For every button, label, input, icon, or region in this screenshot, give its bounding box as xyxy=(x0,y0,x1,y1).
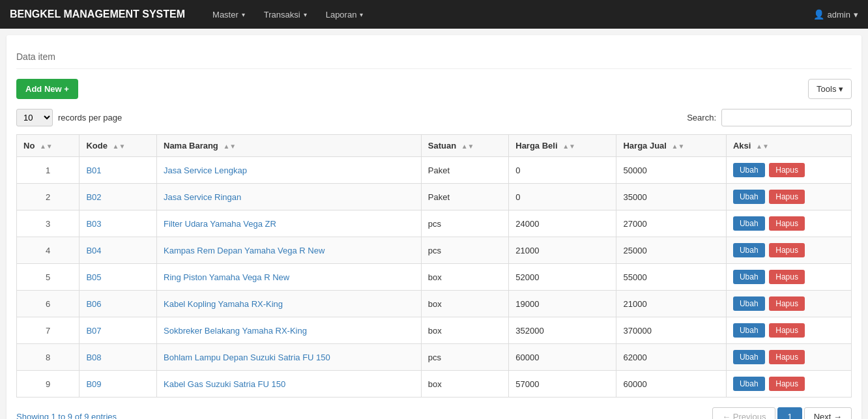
col-harga-jual: Harga Jual ▲▼ xyxy=(616,135,726,157)
hapus-button[interactable]: Hapus xyxy=(769,270,805,284)
records-per-page-container: 10 25 50 100 records per page xyxy=(16,109,122,126)
cell-nama-barang[interactable]: Sokbreker Belakang Yamaha RX-King xyxy=(157,317,422,344)
transaksi-caret-icon: ▾ xyxy=(304,11,307,18)
hapus-button[interactable]: Hapus xyxy=(769,350,805,364)
main-container: Data item Add New + Tools ▾ 10 25 50 100… xyxy=(7,35,861,419)
cell-nama-barang[interactable]: Kampas Rem Depan Yamaha Vega R New xyxy=(157,237,422,264)
search-label: Search: xyxy=(687,113,716,123)
cell-satuan: box xyxy=(421,264,509,291)
cell-harga-jual: 25000 xyxy=(616,237,726,264)
search-area: Search: xyxy=(687,109,852,126)
cell-nama-barang[interactable]: Filter Udara Yamaha Vega ZR xyxy=(157,210,422,237)
cell-no: 3 xyxy=(17,210,80,237)
pagination: ← Previous 1 Next → xyxy=(712,407,852,419)
master-caret-icon: ▾ xyxy=(242,11,245,18)
showing-of-label: of xyxy=(75,412,84,419)
cell-nama-barang[interactable]: Jasa Service Lengkap xyxy=(157,157,422,184)
hapus-button[interactable]: Hapus xyxy=(769,163,805,177)
cell-harga-jual: 62000 xyxy=(616,344,726,371)
cell-kode: B09 xyxy=(80,371,157,397)
showing-info: Showing 1 to 9 of 9 entries xyxy=(16,412,117,419)
ubah-button[interactable]: Ubah xyxy=(733,377,765,391)
ubah-button[interactable]: Ubah xyxy=(733,163,765,177)
cell-no: 4 xyxy=(17,237,80,264)
ubah-button[interactable]: Ubah xyxy=(733,190,765,204)
cell-no: 5 xyxy=(17,264,80,291)
cell-kode: B08 xyxy=(80,344,157,371)
col-satuan: Satuan ▲▼ xyxy=(421,135,509,157)
table-row: 3 B03 Filter Udara Yamaha Vega ZR pcs 24… xyxy=(17,210,852,237)
cell-nama-barang[interactable]: Jasa Service Ringan xyxy=(157,184,422,210)
ubah-button[interactable]: Ubah xyxy=(733,323,765,338)
nav-item-master[interactable]: Master ▾ xyxy=(205,7,253,23)
cell-nama-barang[interactable]: Kabel Gas Suzuki Satria FU 150 xyxy=(157,371,422,397)
cell-harga-jual: 21000 xyxy=(616,291,726,317)
cell-kode: B05 xyxy=(80,264,157,291)
table-head: No ▲▼ Kode ▲▼ Nama Barang ▲▼ Satuan ▲▼ H… xyxy=(17,135,852,157)
prev-button[interactable]: ← Previous xyxy=(712,407,775,419)
sort-icon-kode: ▲▼ xyxy=(113,143,126,150)
cell-aksi: Ubah Hapus xyxy=(726,237,851,264)
cell-satuan: box xyxy=(421,371,509,397)
cell-harga-jual: 60000 xyxy=(616,371,726,397)
sort-icon-satuan: ▲▼ xyxy=(461,143,474,150)
search-input[interactable] xyxy=(721,109,852,126)
showing-entries-label: entries xyxy=(91,412,117,419)
cell-nama-barang[interactable]: Bohlam Lampu Depan Suzuki Satria FU 150 xyxy=(157,344,422,371)
navbar-user[interactable]: 👤 admin ▾ xyxy=(813,9,858,20)
navbar-brand: BENGKEL MANAGEMENT SYSTEM xyxy=(10,8,185,20)
ubah-button[interactable]: Ubah xyxy=(733,350,765,364)
table-row: 6 B06 Kabel Kopling Yamaha RX-King box 1… xyxy=(17,291,852,317)
ubah-button[interactable]: Ubah xyxy=(733,270,765,284)
toolbar: Add New + Tools ▾ xyxy=(16,79,852,99)
cell-aksi: Ubah Hapus xyxy=(726,157,851,184)
ubah-button[interactable]: Ubah xyxy=(733,216,765,231)
col-no: No ▲▼ xyxy=(17,135,80,157)
page-header: Data item xyxy=(16,45,852,69)
cell-nama-barang[interactable]: Kabel Kopling Yamaha RX-King xyxy=(157,291,422,317)
col-aksi: Aksi ▲▼ xyxy=(726,135,851,157)
user-icon: 👤 xyxy=(813,9,824,20)
cell-satuan: box xyxy=(421,317,509,344)
cell-harga-beli: 0 xyxy=(509,157,616,184)
table-row: 8 B08 Bohlam Lampu Depan Suzuki Satria F… xyxy=(17,344,852,371)
add-new-button[interactable]: Add New + xyxy=(16,79,78,99)
showing-to: 9 xyxy=(68,412,72,419)
hapus-button[interactable]: Hapus xyxy=(769,323,805,338)
ubah-button[interactable]: Ubah xyxy=(733,296,765,311)
tools-button[interactable]: Tools ▾ xyxy=(808,79,852,99)
next-button[interactable]: Next → xyxy=(804,407,852,419)
cell-satuan: box xyxy=(421,291,509,317)
records-per-page-label: records per page xyxy=(58,113,122,123)
cell-harga-jual: 370000 xyxy=(616,317,726,344)
nav-item-laporan[interactable]: Laporan ▾ xyxy=(318,7,371,23)
cell-nama-barang[interactable]: Ring Piston Yamaha Vega R New xyxy=(157,264,422,291)
table-row: 1 B01 Jasa Service Lengkap Paket 0 50000… xyxy=(17,157,852,184)
showing-from: 1 xyxy=(51,412,55,419)
cell-harga-jual: 35000 xyxy=(616,184,726,210)
cell-aksi: Ubah Hapus xyxy=(726,317,851,344)
cell-no: 7 xyxy=(17,317,80,344)
hapus-button[interactable]: Hapus xyxy=(769,296,805,311)
showing-total: 9 xyxy=(84,412,89,419)
showing-prefix: Showing xyxy=(16,412,51,419)
records-per-page-select[interactable]: 10 25 50 100 xyxy=(16,109,53,126)
cell-kode: B02 xyxy=(80,184,157,210)
nav-item-transaksi[interactable]: Transaksi ▾ xyxy=(256,7,315,23)
hapus-button[interactable]: Hapus xyxy=(769,190,805,204)
cell-no: 1 xyxy=(17,157,80,184)
data-table: No ▲▼ Kode ▲▼ Nama Barang ▲▼ Satuan ▲▼ H… xyxy=(16,134,852,397)
ubah-button[interactable]: Ubah xyxy=(733,243,765,257)
hapus-button[interactable]: Hapus xyxy=(769,216,805,231)
cell-kode: B06 xyxy=(80,291,157,317)
page-1-button[interactable]: 1 xyxy=(777,407,802,419)
hapus-button[interactable]: Hapus xyxy=(769,377,805,391)
cell-kode: B01 xyxy=(80,157,157,184)
cell-aksi: Ubah Hapus xyxy=(726,210,851,237)
cell-harga-beli: 0 xyxy=(509,184,616,210)
hapus-button[interactable]: Hapus xyxy=(769,243,805,257)
col-nama-barang: Nama Barang ▲▼ xyxy=(157,135,422,157)
table-row: 4 B04 Kampas Rem Depan Yamaha Vega R New… xyxy=(17,237,852,264)
cell-harga-beli: 19000 xyxy=(509,291,616,317)
cell-harga-beli: 52000 xyxy=(509,264,616,291)
